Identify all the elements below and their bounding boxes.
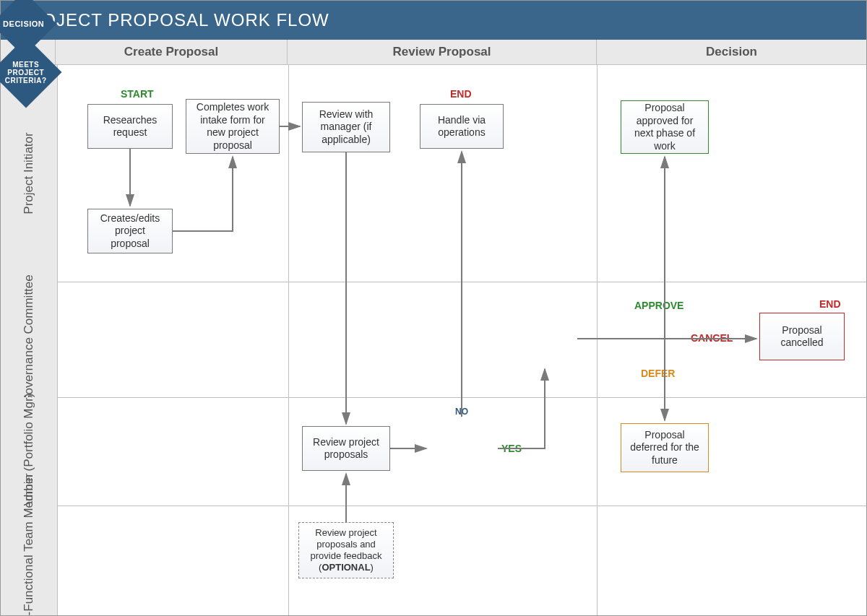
label-yes: YES xyxy=(501,443,522,454)
label-no: NO xyxy=(455,407,468,417)
node-review-project-proposals: Review project proposals xyxy=(302,426,390,471)
node-review-with-manager: Review with manager (if applicable) xyxy=(302,102,390,152)
phase-create: Create Proposal xyxy=(56,40,288,65)
col-sep-1 xyxy=(288,65,289,615)
phase-review: Review Proposal xyxy=(288,40,597,65)
label-start: START xyxy=(121,88,154,100)
label-defer: DEFER xyxy=(641,368,675,379)
lane-sep-3 xyxy=(57,506,866,506)
diagram-frame: PROJECT PROPOSAL WORK FLOW Create Propos… xyxy=(0,0,867,616)
node-proposal-deferred: Proposal deferred for the future xyxy=(621,423,709,472)
lane-governance: Governance Committee xyxy=(1,282,58,398)
node-researches-request: Researches request xyxy=(87,104,173,149)
lane-sep-1 xyxy=(57,282,866,282)
label-end-ops: END xyxy=(450,88,472,100)
col-sep-2 xyxy=(597,65,598,615)
title-bar: PROJECT PROPOSAL WORK FLOW xyxy=(1,1,866,40)
phase-decision: Decision xyxy=(597,40,866,65)
label-end-cancel: END xyxy=(819,298,841,310)
label-approve: APPROVE xyxy=(634,300,683,311)
node-proposal-cancelled: Proposal cancelled xyxy=(759,313,845,360)
lane-cross-functional: Cross-Functional Team Member xyxy=(1,506,58,615)
phase-header-row: Create Proposal Review Proposal Decision xyxy=(1,40,866,65)
node-creates-proposal: Creates/edits project proposal xyxy=(87,209,173,253)
label-cancel: CANCEL xyxy=(691,332,733,344)
diagram-title: PROJECT PROPOSAL WORK FLOW xyxy=(17,10,329,30)
node-handle-ops: Handle via operations xyxy=(420,104,504,149)
node-cross-functional-review: Review project proposals and provide fee… xyxy=(298,522,394,578)
node-proposal-approved: Proposal approved for next phase of work xyxy=(621,100,709,154)
node-completes-intake: Completes work intake form for new proje… xyxy=(186,99,280,154)
lane-sep-2 xyxy=(57,397,866,398)
